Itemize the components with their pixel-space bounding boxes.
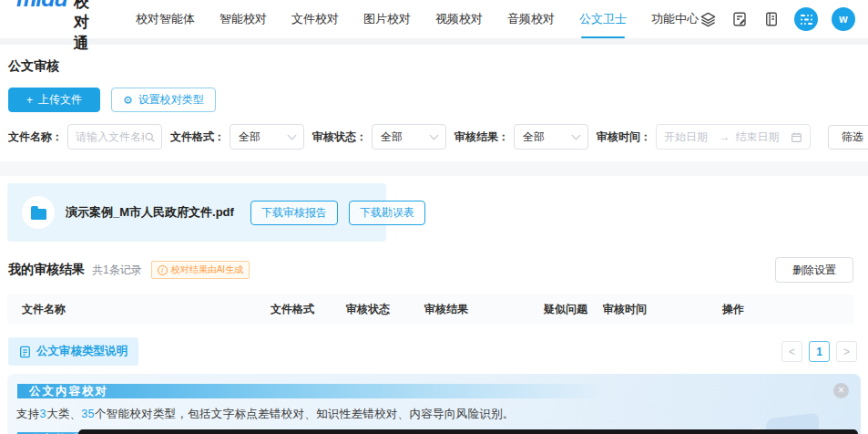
ai-generated-badge-label: 校对结果由AI生成: [171, 264, 243, 276]
file-name-label: 文件名称：: [8, 129, 63, 145]
results-title: 我的审核结果: [8, 262, 85, 278]
apps-icon[interactable]: [794, 7, 818, 31]
action-toolbar: + 上传文件 ⚙ 设置校对类型: [0, 75, 868, 112]
nav-item-doc-guard[interactable]: 公文卫士: [579, 0, 627, 38]
document-icon: [19, 346, 31, 358]
download-report-button[interactable]: 下载审核报告: [250, 201, 338, 225]
review-time-label: 审核时间：: [597, 129, 651, 145]
end-date-placeholder: 结束日期: [736, 129, 786, 145]
header-divider: [0, 38, 868, 45]
main-nav: 校对智能体 智能校对 文件校对 图片校对 视频校对 音频校对 公文卫士 功能中心: [136, 0, 699, 38]
section-divider: [0, 161, 868, 176]
notebook-icon[interactable]: [762, 10, 781, 28]
filter-button[interactable]: 筛选: [828, 125, 868, 150]
top-nav: midu 校对通 校对智能体 智能校对 文件校对 图片校对 视频校对 音频校对 …: [0, 0, 868, 38]
chevron-down-icon: [288, 131, 297, 140]
search-icon: [144, 131, 156, 143]
chevron-down-icon: [572, 131, 581, 140]
review-time-range-picker[interactable]: 开始日期 → 结束日期: [656, 124, 811, 150]
type-description-row: 公文审核类型说明 < 1 >: [8, 337, 857, 366]
file-result-card: 演示案例_M市人民政府文件.pdf 下载审核报告 下载勘误表: [7, 183, 386, 242]
ai-generated-badge: i 校对结果由AI生成: [151, 261, 250, 279]
file-format-label: 文件格式：: [170, 129, 225, 145]
content-proof-heading-strip: 公文内容校对: [17, 384, 632, 398]
file-format-select[interactable]: 全部: [230, 124, 304, 150]
content-proof-description: 支持3大类、35个智能校对类型，包括文字标点差错校对、知识性差错校对、内容导向风…: [7, 398, 861, 422]
column-review-time: 审核时间: [603, 302, 722, 317]
content-proof-text: 个智能校对类型，包括文字标点差错校对、知识性差错校对、内容导向风险识别。: [95, 408, 515, 420]
review-status-value: 全部: [381, 129, 403, 145]
content-proof-text: 支持: [16, 408, 40, 420]
column-review-result: 审核结果: [424, 302, 544, 317]
nav-item-file-proof[interactable]: 文件校对: [291, 0, 339, 38]
results-count: 共1条记录: [92, 263, 142, 278]
nav-item-proof-agent[interactable]: 校对智能体: [136, 0, 195, 38]
results-table-header: 文件名称 文件格式 审核状态 审核结果 疑似问题 审核时间 操作: [7, 294, 853, 325]
set-proof-type-label: 设置校对类型: [138, 92, 204, 108]
results-header: 我的审核结果 共1条记录 i 校对结果由AI生成 删除设置: [0, 242, 868, 283]
pagination: < 1 >: [781, 341, 857, 362]
review-status-label: 审核状态：: [312, 129, 367, 145]
user-avatar[interactable]: w: [832, 7, 855, 31]
delete-settings-button[interactable]: 删除设置: [775, 257, 853, 283]
content-proof-text: 大类、: [46, 408, 81, 420]
nav-item-video-proof[interactable]: 视频校对: [435, 0, 483, 38]
file-name-input[interactable]: [76, 130, 144, 143]
upload-file-label: 上传文件: [38, 92, 82, 108]
arrow-right-icon: →: [720, 130, 730, 143]
review-status-select[interactable]: 全部: [372, 124, 446, 150]
column-file-name: 文件名称: [22, 302, 271, 317]
column-actions: 操作: [722, 302, 853, 317]
nav-actions: w: [699, 7, 855, 31]
review-type-banner: 公文内容校对 支持3大类、35个智能校对类型，包括文字标点差错校对、知识性差错校…: [7, 374, 861, 434]
plus-icon: +: [26, 94, 33, 107]
layers-icon[interactable]: [699, 10, 717, 28]
folder-icon: [31, 209, 46, 220]
info-icon: i: [158, 265, 168, 275]
file-format-value: 全部: [239, 129, 260, 145]
pagination-prev-button[interactable]: <: [781, 341, 802, 362]
pagination-next-button[interactable]: >: [836, 341, 857, 362]
nav-item-smart-proof[interactable]: 智能校对: [220, 0, 267, 38]
column-suspected-issues: 疑似问题: [544, 302, 603, 317]
folder-icon-circle: [22, 196, 55, 229]
review-result-value: 全部: [523, 129, 545, 145]
brand-logo[interactable]: midu 校对通: [16, 0, 96, 54]
note-edit-icon[interactable]: [730, 10, 749, 28]
column-review-status: 审核状态: [346, 302, 424, 317]
nav-item-image-proof[interactable]: 图片校对: [363, 0, 411, 38]
logo-wordmark: midu: [16, 0, 67, 12]
content-proof-count-categories: 3: [40, 408, 46, 420]
logo-product-name: 校对通: [74, 0, 96, 54]
doc-review-type-tag[interactable]: 公文审核类型说明: [8, 337, 138, 366]
start-date-placeholder: 开始日期: [664, 129, 714, 145]
chevron-down-icon: [430, 131, 439, 140]
page-title: 公文审核: [0, 45, 868, 75]
file-name: 演示案例_M市人民政府文件.pdf: [66, 204, 234, 221]
review-result-label: 审核结果：: [454, 129, 509, 145]
file-name-input-wrap: [67, 124, 162, 150]
nav-item-audio-proof[interactable]: 音频校对: [507, 0, 555, 38]
column-file-format: 文件格式: [271, 302, 346, 317]
content-proof-heading: 公文内容校对: [17, 384, 108, 399]
doc-review-type-tag-label: 公文审核类型说明: [36, 344, 128, 359]
nav-item-feature-center[interactable]: 功能中心: [651, 0, 699, 38]
dark-bottom-edge: [78, 429, 858, 434]
pagination-page-1[interactable]: 1: [809, 341, 830, 362]
content-proof-count-types: 35: [81, 408, 95, 420]
set-proof-type-button[interactable]: ⚙ 设置校对类型: [111, 88, 216, 112]
review-result-select[interactable]: 全部: [514, 124, 588, 150]
filter-bar: 文件名称： 文件格式： 全部 审核状态： 全部 审核结果： 全部: [0, 112, 868, 161]
download-errata-button[interactable]: 下载勘误表: [349, 201, 425, 225]
gear-icon: ⚙: [123, 94, 133, 107]
calendar-icon: [791, 131, 802, 143]
close-icon[interactable]: ×: [833, 383, 849, 398]
upload-file-button[interactable]: + 上传文件: [8, 88, 100, 112]
